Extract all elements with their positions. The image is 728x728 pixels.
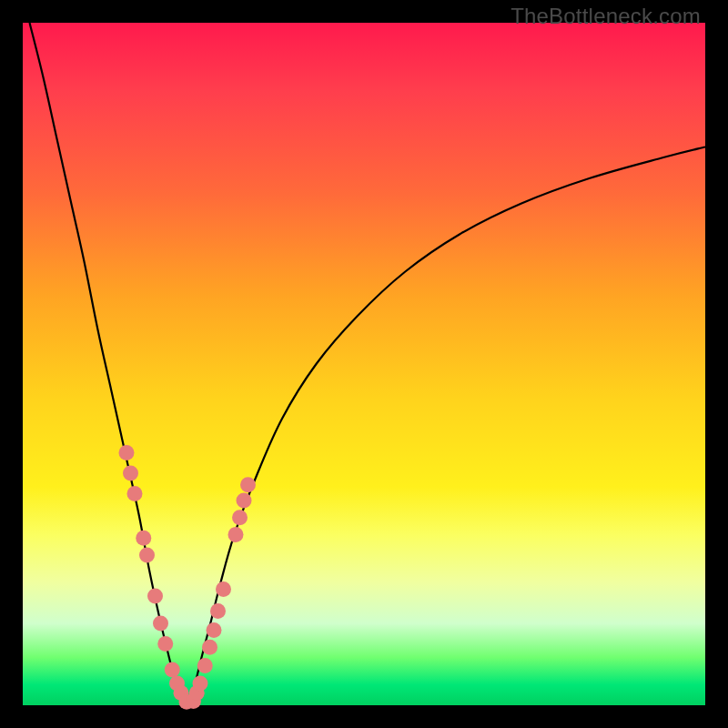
highlight-marker xyxy=(193,676,208,692)
highlight-marker xyxy=(237,493,252,509)
highlight-marker xyxy=(240,477,256,492)
highlight-marker xyxy=(139,548,155,563)
highlight-marker xyxy=(216,581,231,597)
highlight-marker xyxy=(136,531,151,546)
highlight-marker xyxy=(147,589,163,604)
watermark-text: TheBottleneck.com xyxy=(511,4,701,29)
highlight-marker xyxy=(119,445,135,460)
highlight-marker xyxy=(165,662,180,678)
highlight-marker xyxy=(207,622,222,638)
highlight-marker xyxy=(197,658,213,673)
highlight-marker xyxy=(157,636,173,652)
highlight-marker xyxy=(202,640,217,655)
highlight-marker xyxy=(127,486,143,501)
marker-group xyxy=(119,445,257,710)
curve-right-arm xyxy=(187,147,705,703)
bottleneck-chart xyxy=(23,23,705,705)
highlight-marker xyxy=(228,527,244,542)
highlight-marker xyxy=(123,466,138,481)
curve-left-arm xyxy=(30,23,187,703)
highlight-marker xyxy=(232,510,248,525)
highlight-marker xyxy=(153,616,168,632)
highlight-marker xyxy=(210,603,226,619)
